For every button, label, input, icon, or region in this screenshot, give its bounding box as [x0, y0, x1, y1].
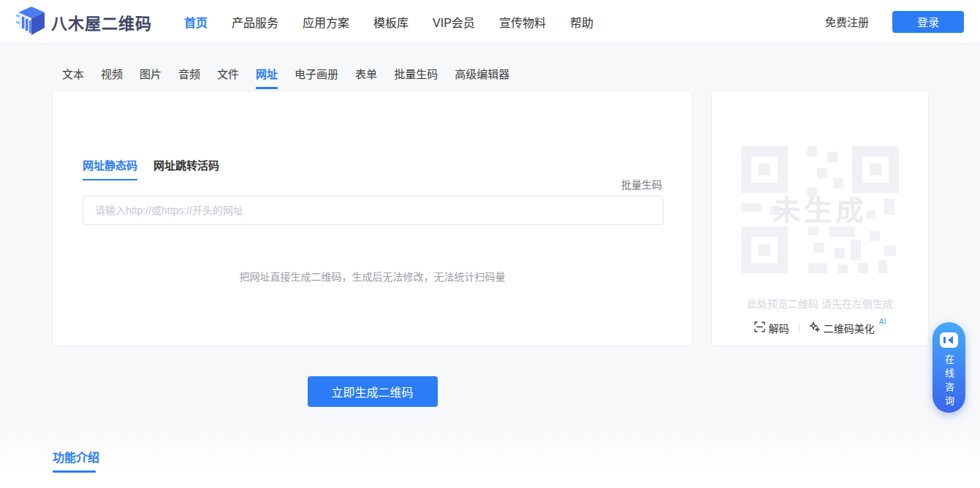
- tab-url[interactable]: 网址: [256, 66, 278, 89]
- nav-item-materials[interactable]: 宣传物料: [499, 13, 546, 31]
- sparkle-magic-icon: [809, 321, 820, 335]
- nav-item-home[interactable]: 首页: [184, 13, 208, 31]
- batch-generate-link[interactable]: 批量生码: [621, 177, 662, 191]
- tab-form[interactable]: 表单: [355, 66, 377, 89]
- qr-placeholder-pattern-icon: [741, 279, 899, 291]
- subtab-dynamic-url[interactable]: 网址跳转活码: [153, 157, 219, 180]
- actions-divider: [799, 323, 799, 333]
- nav-item-solutions[interactable]: 应用方案: [303, 13, 349, 31]
- nav-item-templates[interactable]: 模板库: [373, 13, 409, 31]
- chat-service-icon: [940, 332, 958, 348]
- online-consult-button[interactable]: 在线咨询: [932, 322, 965, 413]
- login-button[interactable]: 登录: [892, 11, 964, 33]
- beautify-action[interactable]: 二维码美化 AI: [809, 321, 886, 335]
- register-link[interactable]: 免费注册: [825, 14, 869, 29]
- logo-text: 八木屋二维码: [51, 10, 152, 34]
- qr-placeholder: 未生成: [741, 117, 899, 289]
- url-generator-panel: 网址静态码 网址跳转活码 批量生码 把网址直接生成二维码，生成后无法修改，无法统…: [52, 91, 693, 346]
- consult-label: 在线咨询: [944, 354, 954, 410]
- subtab-static-url[interactable]: 网址静态码: [83, 157, 137, 180]
- qr-not-generated-text: 未生成: [741, 188, 899, 228]
- features-title-underline: [53, 470, 96, 473]
- preview-actions: 解码 二维码美化 AI: [712, 321, 928, 335]
- logo[interactable]: 八木屋二维码: [16, 5, 152, 39]
- tab-image[interactable]: 图片: [140, 66, 162, 89]
- decode-action[interactable]: 解码: [754, 321, 789, 335]
- tab-audio[interactable]: 音频: [178, 66, 200, 89]
- scan-decode-icon: [754, 321, 765, 335]
- preview-hint: 此处预览二维码 请先在左侧生成: [712, 296, 928, 310]
- ai-badge: AI: [879, 318, 886, 326]
- beautify-label: 二维码美化: [824, 321, 875, 335]
- tab-file[interactable]: 文件: [217, 66, 239, 89]
- url-sub-tabs: 网址静态码 网址跳转活码: [83, 157, 219, 180]
- decode-label: 解码: [769, 321, 789, 335]
- url-input[interactable]: [83, 196, 664, 225]
- nav-item-vip[interactable]: VIP会员: [433, 13, 475, 31]
- logo-cube-icon: [16, 5, 45, 39]
- tab-video[interactable]: 视频: [101, 66, 123, 89]
- header: 八木屋二维码 首页 产品服务 应用方案 模板库 VIP会员 宣传物料 帮助 免费…: [0, 0, 980, 44]
- features-section-header: 功能介绍: [53, 448, 99, 473]
- helper-text: 把网址直接生成二维码，生成后无法修改，无法统计扫码量: [53, 269, 692, 283]
- qr-preview-panel: 未生成 此处预览二维码 请先在左侧生成 解码: [711, 91, 929, 346]
- tab-advanced-editor[interactable]: 高级编辑器: [455, 66, 509, 89]
- nav-item-products[interactable]: 产品服务: [232, 13, 278, 31]
- generate-button-row: 立即生成二维码: [52, 376, 693, 407]
- header-actions: 免费注册 登录: [825, 11, 964, 33]
- main-nav: 首页 产品服务 应用方案 模板库 VIP会员 宣传物料 帮助: [184, 13, 593, 31]
- qr-type-tabs: 文本 视频 图片 音频 文件 网址 电子画册 表单 批量生码 高级编辑器: [62, 66, 509, 89]
- main-panels: 网址静态码 网址跳转活码 批量生码 把网址直接生成二维码，生成后无法修改，无法统…: [52, 91, 929, 346]
- generate-qr-button[interactable]: 立即生成二维码: [308, 376, 438, 407]
- features-title[interactable]: 功能介绍: [53, 448, 99, 465]
- tab-ebook[interactable]: 电子画册: [295, 66, 338, 89]
- nav-item-help[interactable]: 帮助: [570, 13, 593, 31]
- tab-text[interactable]: 文本: [62, 66, 84, 89]
- tab-batch[interactable]: 批量生码: [394, 66, 438, 89]
